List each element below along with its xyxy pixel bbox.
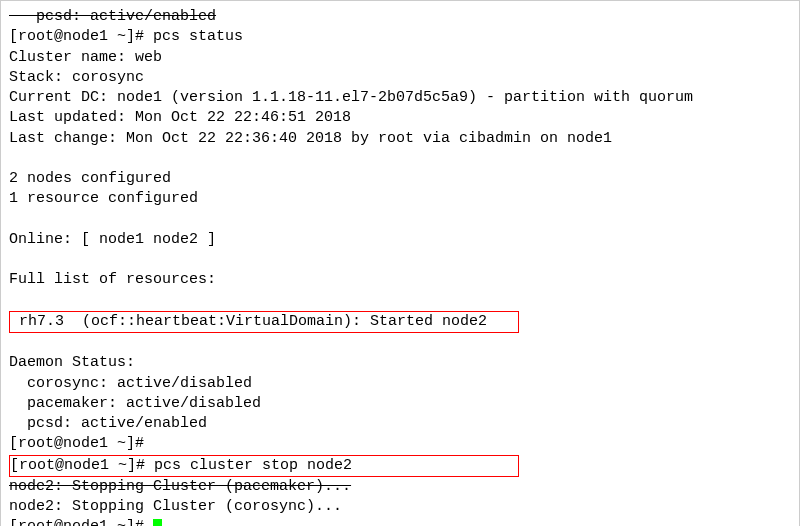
resource-highlight: rh7.3 (ocf::heartbeat:VirtualDomain): St…	[9, 311, 791, 333]
last-updated: Last updated: Mon Oct 22 22:46:51 2018	[9, 108, 791, 128]
empty-prompt: [root@node1 ~]#	[9, 434, 791, 454]
full-list-header: Full list of resources:	[9, 270, 791, 290]
shell-prompt: [root@node1 ~]#	[9, 518, 153, 526]
stopping-pacemaker: node2: Stopping Cluster (pacemaker)...	[9, 477, 791, 497]
blank-line	[9, 210, 791, 230]
stopping-corosync: node2: Stopping Cluster (corosync)...	[9, 497, 791, 517]
current-dc: Current DC: node1 (version 1.1.18-11.el7…	[9, 88, 791, 108]
blank-line	[9, 149, 791, 169]
last-change: Last change: Mon Oct 22 22:36:40 2018 by…	[9, 129, 791, 149]
cluster-name: Cluster name: web	[9, 48, 791, 68]
resource-configured: 1 resource configured	[9, 189, 791, 209]
stack-info: Stack: corosync	[9, 68, 791, 88]
pcsd-status: pcsd: active/enabled	[9, 414, 791, 434]
corosync-status: corosync: active/disabled	[9, 374, 791, 394]
command-highlight: [root@node1 ~]# pcs cluster stop node2	[9, 455, 791, 477]
shell-prompt: [root@node1 ~]#	[9, 28, 153, 45]
truncated-line: pcsd: active/enabled	[9, 7, 791, 27]
command-stop-line: [root@node1 ~]# pcs cluster stop node2	[9, 455, 519, 477]
blank-line	[9, 250, 791, 270]
cursor-icon	[153, 519, 162, 526]
prompt-line: [root@node1 ~]# pcs status	[9, 27, 791, 47]
blank-line	[9, 291, 791, 311]
command-pcs-status: pcs status	[153, 28, 243, 45]
online-nodes: Online: [ node1 node2 ]	[9, 230, 791, 250]
final-prompt-line[interactable]: [root@node1 ~]#	[9, 517, 791, 526]
blank-line	[9, 333, 791, 353]
nodes-configured: 2 nodes configured	[9, 169, 791, 189]
pacemaker-status: pacemaker: active/disabled	[9, 394, 791, 414]
resource-line: rh7.3 (ocf::heartbeat:VirtualDomain): St…	[9, 311, 519, 333]
daemon-status-header: Daemon Status:	[9, 353, 791, 373]
shell-prompt: [root@node1 ~]#	[9, 435, 153, 452]
